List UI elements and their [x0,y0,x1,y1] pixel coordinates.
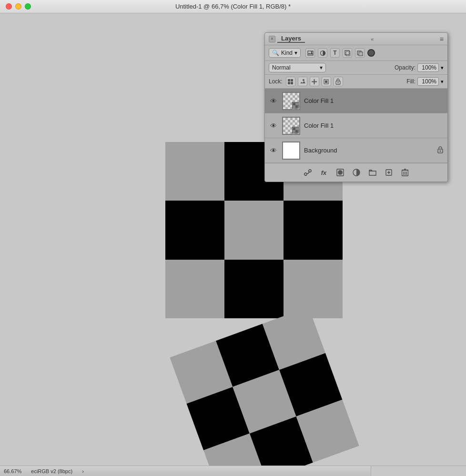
lock-pixels-button[interactable] [286,77,295,86]
layers-panel: × Layers « ≡ 🔍 Kind ▾ T [264,32,448,182]
panel-bottom-toolbar: fx [265,163,447,182]
panel-collapse-button[interactable]: « [371,36,374,42]
svg-rect-4 [345,51,349,55]
blend-mode-arrow: ▾ [320,64,323,71]
minimize-button[interactable] [15,3,21,10]
status-scroll[interactable] [371,466,466,476]
layer-row[interactable]: 👁 Color Fill 1 [265,89,447,113]
svg-rect-10 [288,82,290,84]
status-arrow[interactable]: › [82,468,84,474]
layer-visibility-button[interactable]: 👁 [269,146,278,155]
maximize-button[interactable] [25,3,31,10]
svg-rect-22 [295,130,298,132]
opacity-arrow[interactable]: ▾ [441,65,444,71]
layer-name: Background [304,147,433,154]
filter-transform-icon[interactable] [343,48,352,58]
layer-row[interactable]: 👁 Background [265,138,447,163]
filter-text-icon[interactable]: T [330,48,340,58]
layer-row[interactable]: 👁 Color Fill 1 [265,113,447,138]
svg-marker-1 [308,52,313,54]
fill-group: Fill: 100% ▾ [406,77,444,86]
filter-kind-select[interactable]: 🔍 Kind ▾ [269,48,301,58]
filter-smart-icon[interactable] [355,48,365,58]
fill-arrow[interactable]: ▾ [441,79,444,85]
svg-point-24 [440,151,441,152]
svg-rect-5 [346,51,350,56]
filter-circle-half-icon[interactable] [318,48,327,58]
panel-titlebar: × Layers « ≡ [265,33,447,45]
lock-artboard-button[interactable] [322,77,331,86]
add-mask-button[interactable] [335,167,345,178]
link-layers-button[interactable] [303,167,313,178]
layer-name: Color Fill 1 [304,122,444,129]
layer-lock-icon [437,146,444,155]
fill-label: Fill: [406,78,415,85]
layer-visibility-button[interactable]: 👁 [269,96,278,106]
lock-row: Lock: Fill: 100% ▾ [265,75,447,89]
svg-rect-11 [291,82,293,84]
color-profile: eciRGB v2 (8bpc) [31,468,72,474]
svg-rect-16 [325,81,327,83]
opacity-label: Opacity: [395,64,415,71]
svg-rect-20 [295,105,298,108]
svg-rect-7 [359,52,363,56]
eye-icon: 👁 [270,147,277,154]
title-bar: Untitled-1 @ 66,7% (Color Fill 1, RGB/8)… [0,0,466,13]
new-layer-button[interactable] [384,167,394,178]
status-bar: 66.67% eciRGB v2 (8bpc) › [0,466,466,476]
svg-rect-25 [304,172,307,176]
checker-rotated [170,307,359,476]
cell [224,260,284,318]
new-adjustment-button[interactable] [351,167,362,178]
window-title: Untitled-1 @ 66,7% (Color Fill 1, RGB/8)… [175,3,291,10]
eye-icon: 👁 [270,122,277,130]
filter-image-icon[interactable] [305,48,315,58]
svg-point-12 [303,79,304,81]
svg-rect-19 [293,103,295,105]
blend-mode-row: Normal ▾ Opacity: 100% ▾ [265,61,447,75]
zoom-level: 66.67% [4,468,21,474]
canvas-area: × Layers « ≡ 🔍 Kind ▾ T [0,13,466,476]
chevron-down-icon: ▾ [294,50,297,56]
layers-list: 👁 Color Fill 1 👁 [265,89,447,163]
svg-rect-9 [291,79,293,81]
svg-point-2 [311,51,312,52]
svg-point-18 [337,82,338,83]
lock-position-button[interactable] [310,77,319,86]
eye-icon: 👁 [270,97,277,105]
delete-layer-button[interactable] [400,167,410,178]
layer-thumbnail [282,92,300,110]
filter-row: 🔍 Kind ▾ T [265,45,447,61]
cell [165,260,224,318]
svg-point-28 [338,170,343,175]
panel-tab-layers[interactable]: Layers [277,35,305,43]
opacity-input[interactable]: 100% [417,63,439,72]
filter-icons: T [305,48,375,58]
svg-rect-8 [288,79,290,81]
layer-visibility-button[interactable]: 👁 [269,121,278,131]
new-group-button[interactable] [367,167,378,178]
cell [224,201,284,259]
blend-mode-value: Normal [272,64,291,71]
fill-input[interactable]: 100% [417,77,439,86]
cell [165,142,224,201]
panel-close-button[interactable]: × [269,36,275,42]
lock-label: Lock: [269,78,283,85]
filter-kind-label: Kind [281,50,293,56]
lock-all-button[interactable] [334,77,343,86]
cell [165,201,224,259]
blend-mode-select[interactable]: Normal ▾ [269,63,326,72]
svg-rect-21 [293,128,295,130]
filter-dot-icon[interactable] [367,49,375,57]
lock-image-button[interactable] [298,77,307,86]
layer-effects-button[interactable]: fx [319,167,329,178]
panel-menu-button[interactable]: ≡ [440,35,444,43]
search-icon: 🔍 [272,50,279,56]
opacity-group: Opacity: 100% ▾ [395,63,444,72]
layer-thumbnail [282,117,300,135]
layer-name: Color Fill 1 [304,97,444,104]
layer-thumbnail [282,142,300,160]
window-controls [6,3,31,10]
close-button[interactable] [6,3,12,10]
cell [284,201,343,259]
